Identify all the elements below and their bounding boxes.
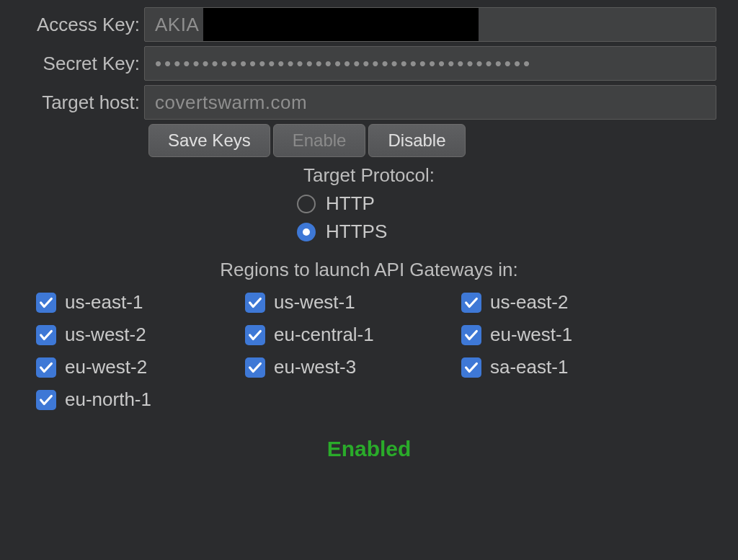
radio-icon bbox=[297, 195, 316, 213]
region-label: us-west-1 bbox=[274, 291, 355, 314]
checkbox-icon bbox=[461, 357, 481, 378]
checkbox-icon bbox=[36, 390, 56, 410]
disable-button[interactable]: Disable bbox=[368, 124, 465, 157]
target-host-label: Target host: bbox=[22, 92, 144, 114]
region-label: sa-east-1 bbox=[490, 356, 568, 378]
access-key-row: Access Key: bbox=[22, 7, 716, 42]
region-checkbox-eu-west-1[interactable]: eu-west-1 bbox=[461, 324, 649, 346]
region-checkbox-eu-central-1[interactable]: eu-central-1 bbox=[245, 324, 447, 346]
region-checkbox-eu-north-1[interactable]: eu-north-1 bbox=[36, 388, 231, 411]
checkbox-icon bbox=[461, 293, 481, 313]
region-label: eu-west-2 bbox=[65, 356, 147, 378]
secret-key-row: Secret Key: bbox=[22, 46, 716, 81]
protocol-title: Target Protocol: bbox=[22, 164, 716, 187]
access-key-label: Access Key: bbox=[22, 14, 144, 36]
region-label: eu-central-1 bbox=[274, 324, 374, 346]
checkbox-icon bbox=[461, 325, 481, 345]
status-label: Enabled bbox=[22, 437, 716, 461]
region-label: eu-west-1 bbox=[490, 324, 572, 346]
region-checkbox-us-east-1[interactable]: us-east-1 bbox=[36, 291, 231, 314]
button-row: Save Keys Enable Disable bbox=[148, 124, 716, 157]
region-label: eu-west-3 bbox=[274, 356, 356, 378]
checkbox-icon bbox=[36, 325, 56, 345]
region-checkbox-us-west-1[interactable]: us-west-1 bbox=[245, 291, 447, 314]
region-label: eu-north-1 bbox=[65, 388, 151, 411]
protocol-https-label: HTTPS bbox=[326, 221, 387, 243]
region-checkbox-sa-east-1[interactable]: sa-east-1 bbox=[461, 356, 649, 378]
target-host-row: Target host: bbox=[22, 85, 716, 120]
checkbox-icon bbox=[245, 293, 265, 313]
region-label: us-east-1 bbox=[65, 291, 143, 314]
region-checkbox-eu-west-2[interactable]: eu-west-2 bbox=[36, 356, 231, 378]
secret-key-label: Secret Key: bbox=[22, 53, 144, 75]
checkbox-icon bbox=[36, 357, 56, 378]
access-key-input[interactable] bbox=[144, 7, 716, 42]
protocol-radio-group: HTTP HTTPS bbox=[297, 192, 441, 243]
checkbox-icon bbox=[245, 325, 265, 345]
region-checkbox-us-west-2[interactable]: us-west-2 bbox=[36, 324, 231, 346]
enable-button[interactable]: Enable bbox=[273, 124, 366, 157]
secret-key-input[interactable] bbox=[144, 46, 716, 81]
regions-grid: us-east-1us-west-1us-east-2us-west-2eu-c… bbox=[36, 291, 702, 411]
region-checkbox-eu-west-3[interactable]: eu-west-3 bbox=[245, 356, 447, 378]
settings-panel: Access Key: Secret Key: Target host: Sav… bbox=[0, 0, 738, 461]
protocol-https-radio[interactable]: HTTPS bbox=[297, 221, 441, 243]
checkbox-icon bbox=[36, 293, 56, 313]
radio-icon bbox=[297, 223, 316, 241]
region-label: us-east-2 bbox=[490, 291, 568, 314]
target-host-input[interactable] bbox=[144, 85, 716, 120]
save-keys-button[interactable]: Save Keys bbox=[148, 124, 270, 157]
region-label: us-west-2 bbox=[65, 324, 146, 346]
access-key-input-wrap bbox=[144, 7, 716, 42]
protocol-http-label: HTTP bbox=[326, 192, 375, 215]
region-checkbox-us-east-2[interactable]: us-east-2 bbox=[461, 291, 649, 314]
checkbox-icon bbox=[245, 357, 265, 378]
protocol-http-radio[interactable]: HTTP bbox=[297, 192, 441, 215]
regions-title: Regions to launch API Gateways in: bbox=[22, 259, 716, 281]
